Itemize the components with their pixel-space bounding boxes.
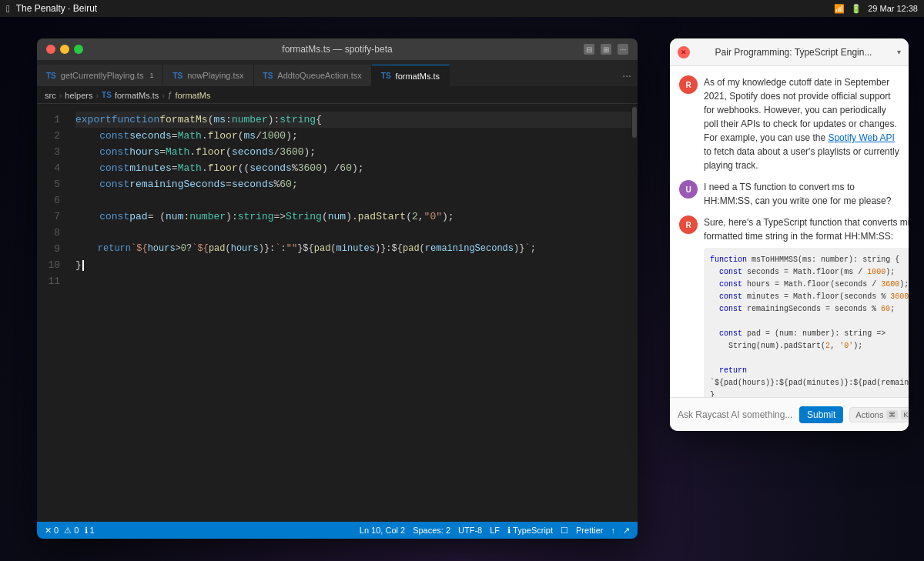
vscode-titlebar: formatMs.ts — spotify-beta ⊟ ⊞ ··· <box>37 38 638 60</box>
line-ending[interactable]: LF <box>490 526 500 535</box>
ai-input-field[interactable] <box>678 409 793 420</box>
ai-message-2: U I need a TS function to convert ms to … <box>679 180 899 208</box>
ai-panel-close-button[interactable]: ✕ <box>678 46 690 58</box>
code-editor[interactable]: export function formatMs(ms: number): st… <box>68 104 631 522</box>
ai-panel-title: Pair Programming: TypeScript Engin... <box>696 47 891 58</box>
code-line-1: export function formatMs(ms: number): st… <box>75 112 631 128</box>
bot-avatar-1: R <box>679 75 698 94</box>
ai-bubble-2: I need a TS function to convert ms to HH… <box>704 180 899 208</box>
tab-getcurrentlyplaying[interactable]: TS getCurrentlyPlaying.ts 1 <box>37 65 163 86</box>
line-numbers: 12345 67891011 <box>37 104 68 522</box>
scrollbar-thumb[interactable] <box>632 107 637 138</box>
tab-number-badge: 1 <box>149 72 153 79</box>
wifi-icon: 📶 <box>834 4 845 14</box>
ai-bubble-1: As of my knowledge cutoff date in Septem… <box>704 75 899 172</box>
breadcrumb: src › helpers › TS formatMs.ts › ƒ forma… <box>37 87 638 104</box>
tab-formatms[interactable]: TS formatMs.ts <box>372 65 450 86</box>
traffic-lights <box>46 45 83 54</box>
editor-area: 12345 67891011 export function formatMs(… <box>37 104 638 522</box>
spaces[interactable]: Spaces: 2 <box>413 526 450 535</box>
ai-text-1: As of my knowledge cutoff date in Septem… <box>704 75 899 172</box>
close-button[interactable] <box>46 45 55 54</box>
broadcast-icon[interactable]: ↗ <box>623 526 630 536</box>
tab-label: nowPlaying.tsx <box>187 71 243 80</box>
split-editor-icon[interactable]: ⊟ <box>584 44 594 55</box>
minimize-button[interactable] <box>60 45 69 54</box>
code-line-2: const seconds = Math.floor(ms / 1000); <box>75 128 631 144</box>
ai-bubble-3: Sure, here's a TypeScript function that … <box>704 215 909 397</box>
ai-input-area: Submit Actions ⌘ K <box>670 397 909 431</box>
status-bar: ✕ 0 ⚠ 0 ℹ 1 Ln 10, Col 2 Spaces: 2 UTF-8… <box>37 522 638 539</box>
warning-icon: ⚠ <box>64 526 72 535</box>
breadcrumb-sep3: › <box>162 91 165 100</box>
language-icon: ℹ <box>507 526 511 536</box>
title-icons: ⊟ ⊞ ··· <box>584 44 628 55</box>
tab-addtoqueue[interactable]: TS AddtoQueueAction.tsx <box>254 65 372 86</box>
tab-label: formatMs.ts <box>396 72 440 81</box>
breadcrumb-helpers[interactable]: helpers <box>65 91 92 100</box>
menubar:  The Penalty · Beirut 📶 🔋 29 Mar 12:38 <box>0 0 924 17</box>
battery-icon: 🔋 <box>851 4 862 14</box>
layout-icon[interactable]: ⊞ <box>601 44 611 55</box>
ai-actions-button[interactable]: Actions ⌘ K <box>849 407 909 422</box>
more-icon[interactable]: ··· <box>618 44 628 55</box>
keyboard-shortcut-cmd: ⌘ <box>886 410 898 419</box>
code-line-5: const remainingSeconds = seconds % 60; <box>75 176 631 192</box>
code-line-9: return `${hours > 0 ? `${pad(hours)}:` :… <box>75 241 631 257</box>
datetime: 29 Mar 12:38 <box>868 4 918 13</box>
code-line-10: } <box>75 257 631 273</box>
error-count[interactable]: ✕ 0 ⚠ 0 ℹ 1 <box>45 526 95 536</box>
status-bar-left: ✕ 0 ⚠ 0 ℹ 1 <box>45 526 95 536</box>
spotify-api-link[interactable]: Spotify Web API <box>828 132 895 143</box>
ai-panel: ✕ Pair Programming: TypeScript Engin... … <box>670 38 909 431</box>
cursor-position[interactable]: Ln 10, Col 2 <box>360 526 405 535</box>
vertical-scrollbar[interactable] <box>631 104 638 522</box>
window-title: formatMs.ts — spotify-beta <box>282 44 392 55</box>
ai-messages-container: R As of my knowledge cutoff date in Sept… <box>670 66 909 397</box>
breadcrumb-sep2: › <box>95 91 99 100</box>
breadcrumb-fn-icon: ƒ <box>168 91 172 99</box>
format-icon[interactable]: ☐ <box>561 526 568 536</box>
apple-icon[interactable]:  <box>6 3 10 15</box>
menubar-right: 📶 🔋 29 Mar 12:38 <box>834 4 918 14</box>
breadcrumb-function[interactable]: formatMs <box>176 91 211 100</box>
tab-label: AddtoQueueAction.tsx <box>277 71 361 80</box>
code-line-6 <box>75 192 631 209</box>
tab-bar: TS getCurrentlyPlaying.ts 1 TS nowPlayin… <box>37 60 638 87</box>
ai-message-3: R Sure, here's a TypeScript function tha… <box>679 215 899 397</box>
ai-panel-dropdown-icon[interactable]: ▾ <box>897 48 901 56</box>
ai-panel-header: ✕ Pair Programming: TypeScript Engin... … <box>670 38 909 66</box>
menubar-left:  The Penalty · Beirut <box>6 3 97 15</box>
code-line-8 <box>75 225 631 241</box>
code-line-7: const pad = (num: number): string => Str… <box>75 209 631 225</box>
language-mode[interactable]: ℹ TypeScript <box>507 526 553 536</box>
breadcrumb-filename[interactable]: formatMs.ts <box>115 91 159 100</box>
app-name: The Penalty · Beirut <box>16 3 97 14</box>
breadcrumb-src[interactable]: src <box>45 91 56 100</box>
user-avatar-1: U <box>679 180 698 199</box>
tab-label: getCurrentlyPlaying.ts <box>61 71 144 80</box>
vscode-window: formatMs.ts — spotify-beta ⊟ ⊞ ··· TS ge… <box>37 38 638 539</box>
keyboard-shortcut-k: K <box>901 410 909 419</box>
encoding[interactable]: UTF-8 <box>458 526 482 535</box>
status-bar-right: Ln 10, Col 2 Spaces: 2 UTF-8 LF ℹ TypeSc… <box>360 526 630 536</box>
error-icon: ✕ <box>45 526 52 535</box>
bot-avatar-2: R <box>679 215 698 234</box>
code-line-3: const hours = Math.floor(seconds / 3600)… <box>75 144 631 160</box>
ai-submit-button[interactable]: Submit <box>799 406 843 423</box>
tab-nowplaying[interactable]: TS nowPlaying.tsx <box>163 65 253 86</box>
info-icon: ℹ <box>85 526 88 535</box>
breadcrumb-file-icon: TS <box>102 91 112 99</box>
code-block-1: function msToHHMMSS(ms: number): string … <box>704 248 909 397</box>
ai-text-2: I need a TS function to convert ms to HH… <box>704 180 899 208</box>
ai-text-3: Sure, here's a TypeScript function that … <box>704 215 909 243</box>
upload-icon[interactable]: ↑ <box>611 526 616 535</box>
tab-more-icon[interactable]: ··· <box>616 65 638 86</box>
prettier-label[interactable]: Prettier <box>576 526 603 535</box>
maximize-button[interactable] <box>74 45 83 54</box>
breadcrumb-sep1: › <box>59 91 62 100</box>
code-line-4: const minutes = Math.floor((seconds % 36… <box>75 160 631 176</box>
ai-message-1: R As of my knowledge cutoff date in Sept… <box>679 75 899 172</box>
